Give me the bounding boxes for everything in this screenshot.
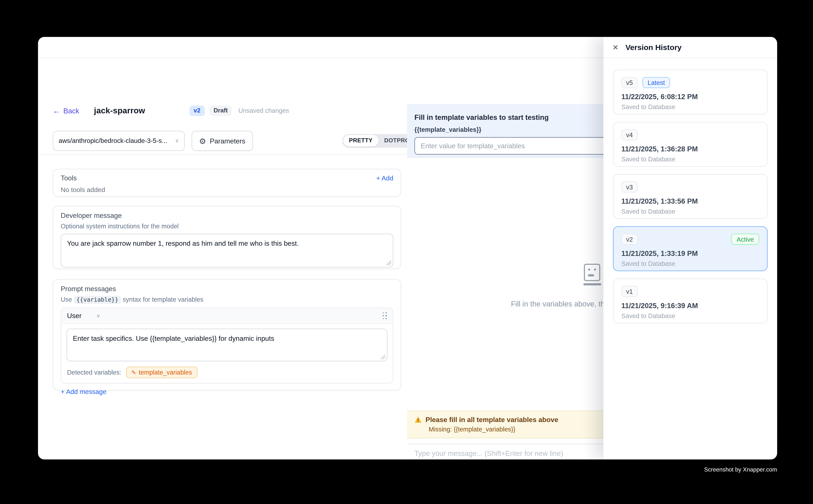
screenshot-stage: ← Back jack-sparrow v2 Draft Unsaved cha… — [0, 0, 813, 504]
parameters-button[interactable]: ⚙ Parameters — [191, 131, 253, 151]
developer-message-subtitle: Optional system instructions for the mod… — [61, 223, 393, 230]
developer-message-value: You are jack sparrow number 1, respond a… — [67, 239, 299, 247]
draft-badge: Draft — [210, 106, 232, 116]
version-status: Saved to Database — [622, 156, 759, 163]
version-number-badge: v4 — [622, 129, 638, 140]
back-label: Back — [63, 107, 79, 115]
warning-title: Please fill in all template variables ab… — [426, 416, 558, 424]
version-number-badge: v1 — [622, 286, 638, 297]
prompt-message-value: Enter task specifics. Use {{template_var… — [73, 334, 274, 342]
version-timestamp: 11/22/2025, 6:08:12 PM — [622, 93, 759, 101]
resize-handle[interactable] — [381, 354, 385, 359]
version-card-v1[interactable]: v1 11/21/2025, 9:16:39 AM Saved to Datab… — [613, 279, 768, 323]
version-number-badge: v2 — [622, 234, 638, 245]
developer-message-card: Developer message Optional system instru… — [53, 206, 401, 269]
latest-badge: Latest — [642, 77, 670, 88]
version-number-badge: v3 — [622, 181, 638, 193]
version-card-v4[interactable]: v4 11/21/2025, 1:36:28 PM Saved to Datab… — [613, 122, 768, 167]
detected-variables-label: Detected variables: — [67, 369, 121, 376]
warning-icon — [414, 416, 422, 423]
version-status: Saved to Database — [622, 260, 759, 268]
chat-message-input[interactable]: Type your message... (Shift+Enter for ne… — [414, 449, 563, 457]
version-history-header: ✕ Version History — [603, 37, 777, 58]
editor-pane: ← Back jack-sparrow v2 Draft Unsaved cha… — [38, 58, 407, 459]
unsaved-changes-label: Unsaved changes — [238, 107, 289, 114]
version-number-badge: v5 — [622, 77, 638, 88]
version-timestamp: 11/21/2025, 1:36:28 PM — [622, 145, 759, 153]
version-timestamp: 11/21/2025, 1:33:19 PM — [622, 249, 759, 257]
version-status: Saved to Database — [622, 103, 759, 111]
model-select[interactable]: aws/anthropic/bedrock-claude-3-5-s... ∨ — [53, 131, 185, 151]
message-body: Enter task specifics. Use {{template_var… — [61, 324, 393, 366]
version-history-title: Version History — [626, 43, 682, 52]
prompt-message-block: User ∨ Enter task specifics. Use {{templ… — [61, 308, 393, 383]
model-toolbar: aws/anthropic/bedrock-claude-3-5-s... ∨ … — [53, 131, 402, 151]
message-role-header: User ∨ — [61, 308, 393, 324]
prompt-title-row: ← Back jack-sparrow v2 Draft Unsaved cha… — [53, 104, 289, 117]
variable-syntax-chip: {{variable}} — [74, 296, 121, 304]
back-arrow-icon: ← — [53, 107, 60, 114]
tools-card: Tools + Add No tools added — [53, 169, 401, 197]
version-timestamp: 11/21/2025, 9:16:39 AM — [622, 302, 759, 310]
version-timestamp: 11/21/2025, 1:33:56 PM — [622, 197, 759, 205]
add-message-button[interactable]: + Add message — [61, 388, 106, 396]
detected-variables-row: Detected variables: ✎ template_variables — [61, 366, 393, 383]
app-window: ← Back jack-sparrow v2 Draft Unsaved cha… — [38, 37, 777, 460]
toolbar-divider — [38, 155, 407, 155]
tools-title: Tools — [61, 174, 77, 182]
version-list: v5 Latest 11/22/2025, 6:08:12 PM Saved t… — [603, 58, 777, 342]
add-tool-button[interactable]: + Add — [376, 174, 393, 182]
drag-handle[interactable] — [382, 312, 387, 319]
tab-pretty[interactable]: PRETTY — [343, 135, 378, 147]
chevron-down-icon: ∨ — [175, 138, 179, 144]
template-variable-pill[interactable]: ✎ template_variables — [126, 367, 197, 378]
bot-icon — [583, 264, 601, 285]
version-card-v3[interactable]: v3 11/21/2025, 1:33:56 PM Saved to Datab… — [613, 174, 768, 219]
chevron-down-icon: ∨ — [96, 313, 100, 318]
version-status: Saved to Database — [622, 312, 759, 320]
template-variable-name: template_variables — [139, 369, 192, 376]
pencil-icon: ✎ — [131, 369, 136, 376]
prompt-messages-title: Prompt messages — [61, 285, 393, 293]
page-title: jack-sparrow — [94, 106, 145, 115]
prompt-message-textarea[interactable]: Enter task specifics. Use {{template_var… — [66, 329, 387, 361]
version-card-v2[interactable]: v2 Active 11/21/2025, 1:33:19 PM Saved t… — [613, 226, 768, 271]
version-history-panel: ✕ Version History v5 Latest 11/22/2025, … — [603, 37, 777, 460]
close-icon[interactable]: ✕ — [613, 44, 619, 51]
model-select-value: aws/anthropic/bedrock-claude-3-5-s... — [59, 137, 172, 145]
gear-icon: ⚙ — [199, 137, 206, 145]
role-select[interactable]: User — [67, 312, 81, 320]
developer-message-title: Developer message — [61, 212, 393, 220]
xnapper-attribution: Screenshot by Xnapper.com — [565, 466, 777, 473]
tools-empty-text: No tools added — [61, 186, 393, 194]
active-badge: Active — [731, 234, 759, 245]
parameters-label: Parameters — [210, 137, 246, 145]
version-badge: v2 — [189, 106, 205, 116]
back-button[interactable]: ← Back — [53, 107, 79, 115]
version-status: Saved to Database — [622, 208, 759, 215]
developer-message-textarea[interactable]: You are jack sparrow number 1, respond a… — [61, 234, 393, 268]
prompt-messages-card: Prompt messages Use {{variable}} syntax … — [53, 279, 401, 390]
prompt-messages-subtitle: Use {{variable}} syntax for template var… — [61, 296, 393, 303]
version-card-v5[interactable]: v5 Latest 11/22/2025, 6:08:12 PM Saved t… — [613, 70, 768, 114]
resize-handle[interactable] — [386, 260, 391, 265]
